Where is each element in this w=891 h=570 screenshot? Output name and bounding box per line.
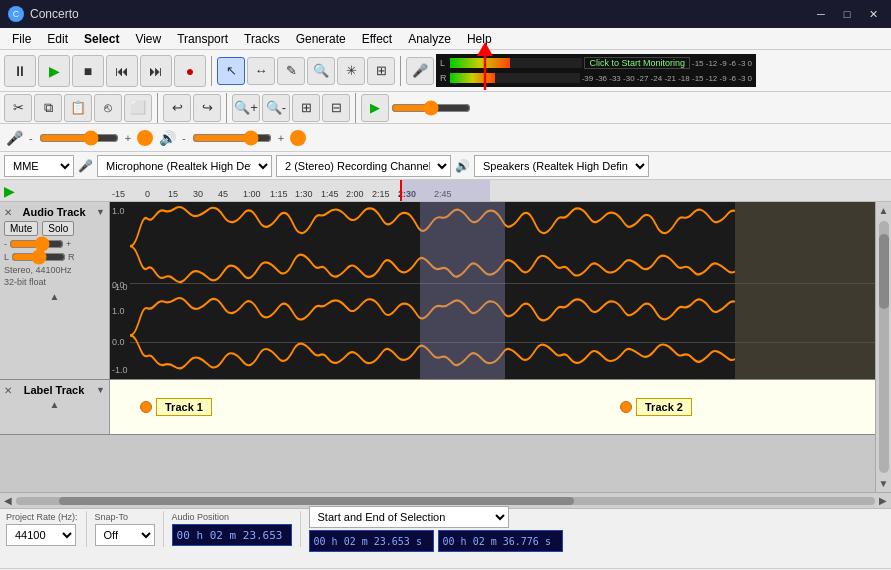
play-button[interactable]: ▶ (38, 55, 70, 87)
pan-row: L R (4, 252, 105, 262)
label-dropdown-btn[interactable]: ▼ (96, 385, 105, 395)
label-marker-1[interactable]: Track 1 (140, 398, 212, 416)
scale-top: 1.0 (112, 206, 125, 216)
mic-icon-button[interactable]: 🎤 (6, 130, 23, 146)
input-level-knob[interactable] (137, 130, 153, 146)
label-close-btn[interactable]: ✕ (4, 385, 12, 396)
play-at-speed-button[interactable]: ▶ (361, 94, 389, 122)
playback-speed-slider[interactable] (391, 102, 471, 114)
speaker-icon-button[interactable]: 🔊 (159, 130, 176, 146)
menu-transport[interactable]: Transport (169, 30, 236, 48)
redo-button[interactable]: ↪ (193, 94, 221, 122)
speaker-select[interactable]: Speakers (Realtek High Definiti... (474, 155, 649, 177)
label-expand-button[interactable]: ▲ (50, 399, 60, 410)
hscroll-right-btn[interactable]: ▶ (879, 495, 887, 506)
next-button[interactable]: ⏭ (140, 55, 172, 87)
project-rate-select[interactable]: 44100 (6, 524, 76, 546)
output-level-knob[interactable] (290, 130, 306, 146)
zoom-in-button[interactable]: 🔍+ (232, 94, 260, 122)
pan-slider[interactable] (11, 252, 66, 262)
audio-track-waveform[interactable]: 1.0 0.0 -1.0 1.0 0.0 -1.0 (110, 202, 875, 379)
menu-help[interactable]: Help (459, 30, 500, 48)
input-monitor-button[interactable]: 🎤 (406, 57, 434, 85)
vu-right-bar (450, 73, 495, 83)
track-title-row: ✕ Audio Track ▼ (4, 206, 105, 218)
api-select[interactable]: MME (4, 155, 74, 177)
trim-button[interactable]: ⎋ (94, 94, 122, 122)
menu-edit[interactable]: Edit (39, 30, 76, 48)
waveform-end-region (735, 202, 875, 379)
scroll-track[interactable] (879, 221, 889, 473)
record-button[interactable]: ● (174, 55, 206, 87)
fit-project-button[interactable]: ⊞ (292, 94, 320, 122)
selection-type-select[interactable]: Start and End of Selection (309, 506, 509, 528)
maximize-button[interactable]: □ (837, 4, 857, 24)
draw-tool-button[interactable]: ✎ (277, 57, 305, 85)
menu-generate[interactable]: Generate (288, 30, 354, 48)
vu-left-bar (450, 58, 510, 68)
menu-effect[interactable]: Effect (354, 30, 400, 48)
channels-select[interactable]: 2 (Stereo) Recording Channels (276, 155, 451, 177)
edit-toolbar: ✂ ⧉ 📋 ⎋ ⬜ ↩ ↪ 🔍+ 🔍- ⊞ ⊟ ▶ (0, 92, 891, 124)
separator-2 (400, 56, 401, 86)
gain-slider[interactable] (9, 239, 64, 249)
menu-select[interactable]: Select (76, 30, 127, 48)
hscroll-track[interactable] (16, 497, 875, 505)
snap-to-select[interactable]: Off (95, 524, 155, 546)
mic-plus: + (125, 132, 131, 144)
scroll-down-button[interactable]: ▼ (876, 475, 891, 492)
envelope-tool-button[interactable]: ↔ (247, 57, 275, 85)
vu-monitor-label[interactable]: Click to Start Monitoring (584, 57, 690, 69)
zoom-tool-button[interactable]: 🔍 (307, 57, 335, 85)
prev-button[interactable]: ⏮ (106, 55, 138, 87)
tl-0: 0 (145, 189, 150, 199)
label-track-content[interactable]: Track 1 Track 2 (110, 380, 875, 434)
stop-button[interactable]: ■ (72, 55, 104, 87)
hscroll-thumb[interactable] (59, 497, 574, 505)
audio-position-input[interactable] (172, 524, 292, 546)
vertical-scrollbar[interactable]: ▲ ▼ (875, 202, 891, 492)
minimize-button[interactable]: ─ (811, 4, 831, 24)
cut-button[interactable]: ✂ (4, 94, 32, 122)
selection-end-input[interactable] (438, 530, 563, 552)
multi-tool-button[interactable]: ⊞ (367, 57, 395, 85)
timeline-ruler[interactable]: ▶ -15 0 15 30 45 1:00 1:15 1:30 1:45 2:0… (0, 180, 891, 202)
selection-tool-button[interactable]: ↖ (217, 57, 245, 85)
hscroll-left-btn[interactable]: ◀ (4, 495, 12, 506)
track-close-btn[interactable]: ✕ (4, 207, 12, 218)
audio-position-label: Audio Position (172, 512, 292, 522)
pause-button[interactable]: ⏸ (4, 55, 36, 87)
track-dropdown-btn[interactable]: ▼ (96, 207, 105, 217)
tl-200: 2:00 (346, 189, 364, 199)
label-text-1[interactable]: Track 1 (156, 398, 212, 416)
output-volume-slider[interactable] (192, 132, 272, 144)
mute-button[interactable]: Mute (4, 221, 38, 236)
green-arrow-marker: ▶ (4, 183, 15, 199)
label-marker-2[interactable]: Track 2 (620, 398, 692, 416)
paste-button[interactable]: 📋 (64, 94, 92, 122)
microphone-select[interactable]: Microphone (Realtek High Defini... (97, 155, 272, 177)
controls-bar: 🎤 - + 🔊 - + (0, 124, 891, 152)
solo-button[interactable]: Solo (42, 221, 74, 236)
label-title-row: ✕ Label Track ▼ (4, 384, 105, 396)
scroll-thumb[interactable] (879, 234, 889, 310)
timeshift-tool-button[interactable]: ✳ (337, 57, 365, 85)
menu-file[interactable]: File (4, 30, 39, 48)
empty-track-area (0, 435, 875, 492)
menu-tracks[interactable]: Tracks (236, 30, 288, 48)
undo-button[interactable]: ↩ (163, 94, 191, 122)
expand-button[interactable]: ▲ (50, 291, 60, 302)
copy-button[interactable]: ⧉ (34, 94, 62, 122)
menu-view[interactable]: View (127, 30, 169, 48)
zoom-sel-button[interactable]: ⊟ (322, 94, 350, 122)
silence-button[interactable]: ⬜ (124, 94, 152, 122)
selection-start-input[interactable] (309, 530, 434, 552)
menu-analyze[interactable]: Analyze (400, 30, 459, 48)
close-button[interactable]: ✕ (863, 4, 883, 24)
menubar: File Edit Select View Transport Tracks G… (0, 28, 891, 50)
scroll-up-button[interactable]: ▲ (876, 202, 891, 219)
zoom-out-button[interactable]: 🔍- (262, 94, 290, 122)
label-text-2[interactable]: Track 2 (636, 398, 692, 416)
input-volume-slider[interactable] (39, 132, 119, 144)
audio-track: ✕ Audio Track ▼ Mute Solo - + L R (0, 202, 875, 380)
